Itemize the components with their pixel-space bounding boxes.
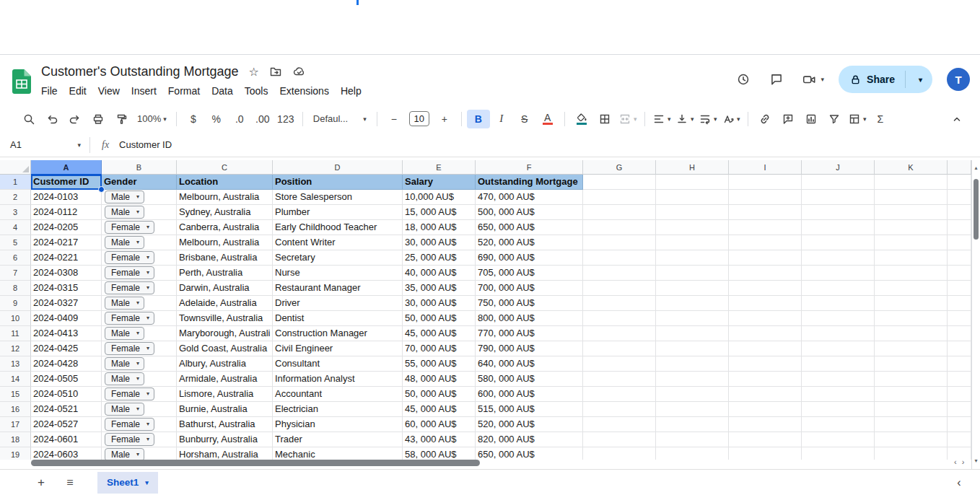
cell-F17[interactable]: 520, 000 AU$ — [476, 417, 583, 432]
cell-H3[interactable] — [656, 205, 729, 220]
insert-chart-button[interactable] — [800, 110, 823, 128]
scroll-down-icon[interactable]: ▾ — [972, 456, 980, 465]
fill-color-button[interactable] — [570, 110, 593, 128]
cell-A3[interactable]: 2024-0112 — [31, 205, 102, 220]
cell-L4[interactable] — [948, 220, 971, 235]
cell-A14[interactable]: 2024-0505 — [31, 372, 102, 387]
cell-A4[interactable]: 2024-0205 — [31, 220, 102, 235]
scroll-left-icon[interactable]: ‹ — [954, 457, 957, 466]
horizontal-scroll-thumb[interactable] — [31, 460, 480, 466]
cell-J9[interactable] — [802, 296, 875, 311]
gender-dropdown[interactable]: Male▾ — [105, 403, 144, 416]
cell-B5[interactable]: Male▾ — [102, 235, 177, 250]
cell-E19[interactable]: 58, 000 AU$ — [403, 447, 476, 460]
percent-format-button[interactable]: % — [205, 110, 228, 128]
share-caret-icon[interactable]: ▾ — [911, 76, 929, 84]
collapse-panel-icon[interactable]: ‹ — [951, 475, 967, 491]
cell-E14[interactable]: 48, 000 AU$ — [403, 372, 476, 387]
column-header-F[interactable]: F — [476, 160, 583, 175]
cell-H15[interactable] — [656, 387, 729, 402]
cell-K6[interactable] — [875, 250, 948, 266]
cell-H2[interactable] — [656, 190, 729, 205]
gender-dropdown[interactable]: Female▾ — [105, 312, 154, 325]
cell-I4[interactable] — [729, 220, 802, 235]
cell-H10[interactable] — [656, 311, 729, 326]
cell-I6[interactable] — [729, 250, 802, 266]
cell-I5[interactable] — [729, 235, 802, 250]
gender-dropdown[interactable]: Female▾ — [105, 418, 154, 431]
functions-button[interactable]: Σ — [869, 110, 892, 128]
cell-F3[interactable]: 500, 000 AU$ — [476, 205, 583, 220]
strikethrough-button[interactable]: S — [513, 110, 536, 128]
cell-K13[interactable] — [875, 356, 948, 372]
gender-dropdown[interactable]: Female▾ — [105, 433, 154, 446]
document-title[interactable]: Customer's Outstanding Mortgage — [41, 64, 239, 79]
menu-format[interactable]: Format — [162, 83, 206, 99]
menu-insert[interactable]: Insert — [126, 83, 162, 99]
cell-G19[interactable] — [583, 447, 656, 460]
menu-help[interactable]: Help — [335, 83, 367, 99]
cell-K10[interactable] — [875, 311, 948, 326]
cell-L11[interactable] — [948, 326, 971, 341]
more-formats-button[interactable]: 123 — [274, 110, 297, 128]
zoom-select[interactable]: 100%▾ — [133, 110, 171, 128]
cell-L3[interactable] — [948, 205, 971, 220]
cell-A5[interactable]: 2024-0217 — [31, 235, 102, 250]
cell-I12[interactable] — [729, 341, 802, 356]
cell-L15[interactable] — [948, 387, 971, 402]
menu-tools[interactable]: Tools — [239, 83, 274, 99]
borders-button[interactable] — [593, 110, 616, 128]
text-rotation-button[interactable]: ▾ — [719, 110, 743, 128]
cell-E17[interactable]: 60, 000 AU$ — [403, 417, 476, 432]
cell-K5[interactable] — [875, 235, 948, 250]
row-header-15[interactable]: 15 — [0, 387, 31, 402]
cell-G11[interactable] — [583, 326, 656, 341]
cloud-status-icon[interactable] — [292, 65, 306, 78]
cell-E8[interactable]: 35, 000 AU$ — [403, 281, 476, 296]
column-header-C[interactable]: C — [177, 160, 273, 175]
cell-D17[interactable]: Physician — [273, 417, 403, 432]
cell-G5[interactable] — [583, 235, 656, 250]
fill-handle[interactable] — [98, 186, 105, 193]
row-header-4[interactable]: 4 — [0, 220, 31, 235]
cell-I15[interactable] — [729, 387, 802, 402]
cell-C7[interactable]: Perth, Australia — [177, 266, 273, 281]
cell-J19[interactable] — [802, 447, 875, 460]
cell-F5[interactable]: 520, 000 AU$ — [476, 235, 583, 250]
cell-I2[interactable] — [729, 190, 802, 205]
text-wrap-button[interactable]: ▾ — [696, 110, 719, 128]
increase-decimal-button[interactable]: .00 — [251, 110, 274, 128]
cell-J15[interactable] — [802, 387, 875, 402]
cell-B13[interactable]: Male▾ — [102, 356, 177, 372]
cell-C3[interactable]: Sydney, Australia — [177, 205, 273, 220]
cell-C18[interactable]: Bunburry, Australia — [177, 432, 273, 447]
cell-H12[interactable] — [656, 341, 729, 356]
cell-F7[interactable]: 705, 000 AU$ — [476, 266, 583, 281]
column-header-G[interactable]: G — [583, 160, 656, 175]
menu-data[interactable]: Data — [206, 83, 239, 99]
cell-I10[interactable] — [729, 311, 802, 326]
gender-dropdown[interactable]: Female▾ — [105, 221, 154, 234]
cell-J11[interactable] — [802, 326, 875, 341]
cell-C19[interactable]: Horsham, Australia — [177, 447, 273, 460]
cell-A12[interactable]: 2024-0425 — [31, 341, 102, 356]
cell-F11[interactable]: 770, 000 AU$ — [476, 326, 583, 341]
cell-D9[interactable]: Driver — [273, 296, 403, 311]
row-header-6[interactable]: 6 — [0, 250, 31, 266]
cell-H19[interactable] — [656, 447, 729, 460]
cell-G13[interactable] — [583, 356, 656, 372]
text-color-button[interactable]: A — [536, 110, 559, 128]
cell-F12[interactable]: 790, 000 AU$ — [476, 341, 583, 356]
gender-dropdown[interactable]: Male▾ — [105, 357, 144, 370]
cell-B11[interactable]: Male▾ — [102, 326, 177, 341]
cell-G17[interactable] — [583, 417, 656, 432]
cell-C14[interactable]: Armidale, Australia — [177, 372, 273, 387]
hide-toolbar-button[interactable] — [945, 110, 968, 128]
name-box[interactable]: A1 ▾ — [0, 139, 89, 150]
cell-J6[interactable] — [802, 250, 875, 266]
column-header-J[interactable]: J — [802, 160, 875, 175]
cell-H16[interactable] — [656, 402, 729, 417]
cell-F8[interactable]: 700, 000 AU$ — [476, 281, 583, 296]
cell-K3[interactable] — [875, 205, 948, 220]
cell-K16[interactable] — [875, 402, 948, 417]
